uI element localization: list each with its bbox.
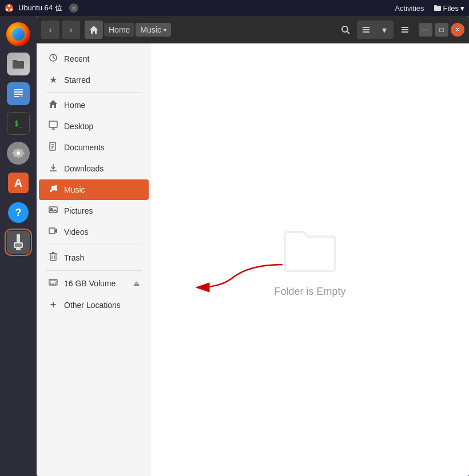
- svg-rect-12: [16, 248, 21, 250]
- view-toggle-group: ▾: [357, 21, 394, 39]
- documents-icon: [48, 142, 58, 153]
- svg-rect-15: [363, 27, 369, 28]
- header-bar: ‹ › Home Music ▾: [37, 16, 469, 43]
- search-button[interactable]: [336, 21, 355, 39]
- taskbar-item-text-editor[interactable]: [5, 80, 32, 107]
- sidebar: Recent ★ Starred Home: [37, 43, 151, 476]
- sidebar-item-home-label: Home: [64, 101, 85, 110]
- sidebar-item-pictures-label: Pictures: [64, 206, 93, 215]
- svg-rect-24: [49, 121, 57, 127]
- downloads-icon: [48, 163, 58, 174]
- breadcrumb-music-btn[interactable]: Music ▾: [136, 23, 171, 37]
- svg-rect-7: [14, 96, 19, 97]
- empty-folder-icon: [283, 222, 337, 277]
- svg-rect-11: [15, 243, 22, 247]
- main-content: Folder is Empty: [151, 43, 469, 476]
- music-icon: [48, 184, 58, 195]
- taskbar-item-terminal[interactable]: $_: [5, 110, 32, 137]
- header-actions: ▾: [336, 21, 414, 39]
- svg-rect-37: [50, 254, 56, 261]
- sidebar-item-volume-label: 16 GB Volume: [64, 279, 116, 288]
- svg-rect-43: [50, 281, 56, 284]
- svg-point-13: [342, 26, 348, 32]
- sidebar-item-other-locations[interactable]: + Other Locations: [39, 294, 149, 315]
- trash-icon: [48, 252, 58, 263]
- file-manager-window: ‹ › Home Music ▾: [37, 16, 469, 476]
- sidebar-item-documents-label: Documents: [64, 143, 105, 152]
- svg-rect-36: [49, 228, 55, 234]
- svg-rect-5: [14, 91, 23, 93]
- svg-rect-17: [363, 31, 369, 33]
- sidebar-item-music-label: Music: [64, 185, 85, 194]
- svg-point-3: [6, 9, 8, 11]
- sidebar-item-trash-label: Trash: [64, 253, 84, 262]
- home-icon: [48, 99, 58, 111]
- svg-rect-18: [402, 27, 408, 28]
- sidebar-item-pictures[interactable]: Pictures: [39, 201, 149, 221]
- files-menu[interactable]: Files ▾: [434, 4, 464, 13]
- view-dropdown-button[interactable]: ▾: [375, 21, 394, 39]
- close-button[interactable]: ✕: [451, 23, 464, 37]
- svg-point-1: [8, 5, 10, 7]
- svg-point-33: [55, 189, 57, 191]
- nav-forward-button[interactable]: ›: [62, 21, 80, 39]
- sidebar-item-music[interactable]: Music: [39, 179, 149, 200]
- taskbar-item-help[interactable]: ?: [5, 199, 32, 226]
- sidebar-item-downloads[interactable]: Downloads: [39, 158, 149, 179]
- activities-label[interactable]: Activities: [395, 4, 424, 13]
- sidebar-item-starred[interactable]: ★ Starred: [39, 70, 149, 90]
- svg-line-23: [53, 58, 55, 59]
- maximize-button[interactable]: □: [435, 23, 448, 37]
- other-locations-icon: +: [48, 299, 58, 311]
- system-bar-close-btn[interactable]: ✕: [69, 3, 78, 13]
- system-bar-title: Ubuntu 64 位: [18, 3, 62, 13]
- svg-point-32: [50, 190, 52, 192]
- desktop-icon: [48, 121, 58, 132]
- volume-icon: [48, 278, 58, 289]
- breadcrumb: Home Music ▾: [85, 21, 332, 39]
- svg-rect-19: [402, 29, 408, 30]
- pictures-icon: [48, 205, 58, 217]
- taskbar-item-usb[interactable]: [5, 229, 32, 256]
- breadcrumb-home-btn[interactable]: [85, 21, 103, 39]
- sidebar-divider-2: [46, 245, 142, 245]
- nav-back-button[interactable]: ‹: [41, 21, 59, 39]
- sidebar-divider-1: [46, 92, 142, 93]
- menu-button[interactable]: [396, 21, 414, 39]
- svg-rect-6: [14, 94, 23, 95]
- taskbar-item-firefox[interactable]: [5, 21, 32, 48]
- sidebar-item-volume[interactable]: 16 GB Volume ⏏: [39, 273, 149, 294]
- taskbar-item-appstore[interactable]: A: [5, 169, 32, 197]
- svg-rect-16: [363, 29, 369, 30]
- svg-line-14: [347, 31, 349, 34]
- taskbar-item-files[interactable]: [5, 50, 32, 78]
- sidebar-item-home[interactable]: Home: [39, 95, 149, 115]
- taskbar-item-settings[interactable]: [5, 139, 32, 167]
- list-view-button[interactable]: [357, 21, 375, 39]
- empty-folder-text: Folder is Empty: [274, 286, 345, 298]
- sidebar-divider-3: [46, 270, 142, 271]
- sidebar-item-desktop-label: Desktop: [64, 122, 93, 131]
- svg-rect-20: [402, 31, 408, 33]
- svg-rect-9: [17, 234, 20, 242]
- sidebar-item-starred-label: Starred: [64, 75, 90, 85]
- breadcrumb-home-label[interactable]: Home: [104, 23, 134, 37]
- sidebar-item-recent[interactable]: Recent: [39, 49, 149, 69]
- sidebar-item-trash[interactable]: Trash: [39, 247, 149, 268]
- content-area: Recent ★ Starred Home: [37, 43, 469, 476]
- sidebar-item-recent-label: Recent: [64, 54, 89, 63]
- system-bar: Ubuntu 64 位 ✕ Activities Files ▾: [0, 0, 469, 16]
- sidebar-item-desktop[interactable]: Desktop: [39, 116, 149, 137]
- videos-icon: [48, 226, 58, 238]
- svg-point-2: [10, 9, 13, 11]
- minimize-button[interactable]: —: [419, 23, 432, 37]
- eject-icon[interactable]: ⏏: [133, 279, 140, 287]
- window-controls: — □ ✕: [419, 23, 464, 37]
- sidebar-item-downloads-label: Downloads: [64, 164, 104, 173]
- recent-icon: [48, 53, 58, 65]
- svg-rect-4: [14, 89, 23, 90]
- sidebar-item-videos[interactable]: Videos: [39, 222, 149, 242]
- ubuntu-icon: [5, 3, 14, 13]
- sidebar-item-documents[interactable]: Documents: [39, 137, 149, 158]
- taskbar: $_ A ?: [0, 16, 37, 476]
